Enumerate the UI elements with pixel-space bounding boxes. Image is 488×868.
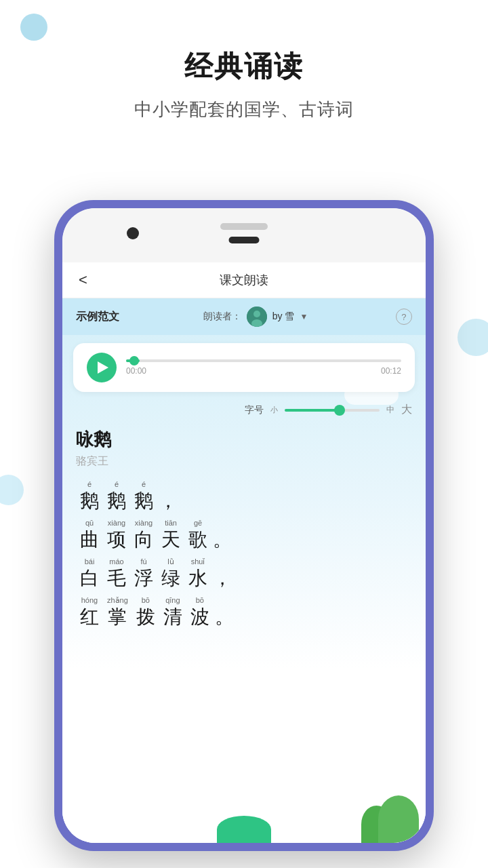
page-subtitle: 中小学配套的国学、古诗词	[0, 98, 488, 121]
char-hanzi-2-0: 白	[80, 567, 99, 590]
char-pinyin-2-4: shuǐ	[191, 557, 205, 567]
poem-author: 骆宾王	[76, 454, 412, 469]
phone-mockup: < 课文朗读 示例范文 朗读者：	[54, 200, 434, 851]
char-pinyin-0-1: é	[115, 479, 119, 490]
char-hanzi-1-3: 天	[161, 528, 180, 551]
char-group-2-1: máo毛	[107, 557, 126, 590]
page-title: 经典诵读	[0, 47, 488, 85]
char-punct-2-5: ，	[213, 567, 232, 590]
back-button[interactable]: <	[73, 269, 93, 292]
play-button[interactable]	[87, 353, 117, 382]
reader-name: by 雪	[272, 311, 295, 323]
char-group-1-0: qū曲	[80, 518, 99, 551]
char-group-1-2: xiàng向	[134, 518, 153, 551]
char-pinyin-3-1: zhǎng	[107, 595, 128, 606]
char-hanzi-2-4: 水	[188, 567, 207, 590]
font-size-label: 字号	[245, 404, 264, 416]
navigation-bar: < 课文朗读	[62, 262, 426, 298]
char-group-2-4: shuǐ水	[188, 557, 207, 590]
char-pinyin-2-1: máo	[109, 557, 123, 567]
nav-title: 课文朗读	[220, 272, 268, 288]
font-size-control: 字号 小 中 大	[62, 400, 426, 422]
char-pinyin-3-3: qīng	[165, 595, 180, 606]
char-hanzi-3-0: 红	[80, 606, 99, 629]
font-size-slider[interactable]	[285, 409, 380, 412]
reader-label-text: 朗读者：	[203, 311, 241, 323]
char-group-2-3: lǜ绿	[161, 557, 180, 590]
section-label: 示例范文	[76, 310, 119, 324]
poem-line-1: qū曲xiàng项xiàng向tiān天gē歌。	[76, 518, 412, 551]
char-group-0-2: é鹅	[134, 479, 153, 513]
bubble-decoration-right	[458, 319, 488, 356]
front-sensor	[229, 237, 260, 243]
char-pinyin-1-2: xiàng	[135, 518, 152, 528]
poem-area: 咏鹅 骆宾王 é鹅é鹅é鹅，qū曲xiàng项xiàng向tiān天gē歌。bá…	[62, 422, 426, 843]
char-pinyin-1-0: qū	[85, 518, 94, 528]
poem-line-3: hóng红zhǎng掌bō拨qīng清bō波。	[76, 595, 412, 629]
front-camera	[127, 227, 139, 239]
char-hanzi-3-2: 拨	[136, 606, 155, 629]
char-pinyin-2-3: lǜ	[167, 557, 174, 567]
time-total: 00:12	[381, 366, 401, 376]
phone-inner-screen: < 课文朗读 示例范文 朗读者：	[62, 208, 426, 843]
dropdown-arrow-icon[interactable]: ▼	[300, 312, 308, 321]
time-current: 00:00	[126, 366, 146, 376]
char-pinyin-3-0: hóng	[81, 595, 98, 606]
progress-bar-track[interactable]	[126, 359, 401, 362]
char-group-0-1: é鹅	[107, 479, 126, 513]
poem-title: 咏鹅	[76, 428, 412, 452]
char-group-3-2: bō拨	[136, 595, 155, 629]
bubble-decoration-left	[0, 475, 24, 505]
phone-hardware-bar	[62, 208, 426, 262]
help-button[interactable]: ?	[396, 309, 412, 325]
char-hanzi-3-1: 掌	[108, 606, 127, 629]
poem-line-2: bái白máo毛fú浮lǜ绿shuǐ水，	[76, 557, 412, 590]
poem-lines: é鹅é鹅é鹅，qū曲xiàng项xiàng向tiān天gē歌。bái白máo毛f…	[76, 479, 412, 629]
char-hanzi-1-1: 项	[107, 528, 126, 551]
char-group-3-0: hóng红	[80, 595, 99, 629]
reader-selector[interactable]: 朗读者： by 雪 ▼	[203, 307, 308, 327]
poem-line-0: é鹅é鹅é鹅，	[76, 479, 412, 513]
app-inner-layout: < 课文朗读 示例范文 朗读者：	[62, 262, 426, 843]
char-hanzi-2-1: 毛	[107, 567, 126, 590]
char-hanzi-3-4: 波	[190, 606, 209, 629]
char-hanzi-1-4: 歌	[188, 528, 207, 551]
reader-avatar	[247, 307, 267, 327]
char-group-2-2: fú浮	[134, 557, 153, 590]
section-header: 示例范文 朗读者： by 雪 ▼	[62, 298, 426, 335]
font-size-small-label: 小	[270, 405, 278, 415]
char-group-1-4: gē歌	[188, 518, 207, 551]
play-icon	[98, 361, 108, 374]
app-screen: < 课文朗读 示例范文 朗读者：	[62, 262, 426, 843]
char-pinyin-1-3: tiān	[165, 518, 177, 528]
font-size-slider-fill	[285, 409, 342, 412]
char-punct-3-5: 。	[215, 606, 234, 629]
char-group-2-0: bái白	[80, 557, 99, 590]
char-group-3-4: bō波	[190, 595, 209, 629]
char-hanzi-0-2: 鹅	[134, 490, 153, 513]
char-punct-0-3: ，	[159, 490, 178, 513]
bottom-ball-decoration	[217, 816, 271, 843]
char-pinyin-0-2: é	[142, 479, 146, 490]
earpiece-speaker	[220, 223, 268, 230]
char-group-1-1: xiàng项	[107, 518, 126, 551]
time-labels: 00:00 00:12	[126, 366, 401, 376]
char-punct-1-5: 。	[213, 528, 232, 551]
phone-outer-shell: < 课文朗读 示例范文 朗读者：	[54, 200, 434, 851]
font-size-large-label: 大	[401, 403, 412, 417]
char-hanzi-3-3: 清	[163, 606, 182, 629]
char-pinyin-2-0: bái	[85, 557, 95, 567]
char-hanzi-2-3: 绿	[161, 567, 180, 590]
char-group-3-1: zhǎng掌	[107, 595, 128, 629]
char-pinyin-2-2: fú	[140, 557, 146, 567]
char-hanzi-1-0: 曲	[80, 528, 99, 551]
char-group-1-3: tiān天	[161, 518, 180, 551]
page-header: 经典诵读 中小学配套的国学、古诗词	[0, 0, 488, 121]
bubble-decoration-top-left	[20, 14, 47, 41]
char-group-3-3: qīng清	[163, 595, 182, 629]
char-pinyin-1-1: xiàng	[108, 518, 125, 528]
char-hanzi-2-2: 浮	[134, 567, 153, 590]
bottom-grass-decoration	[358, 789, 426, 843]
char-pinyin-1-4: gē	[194, 518, 202, 528]
char-pinyin-0-0: é	[87, 479, 92, 490]
